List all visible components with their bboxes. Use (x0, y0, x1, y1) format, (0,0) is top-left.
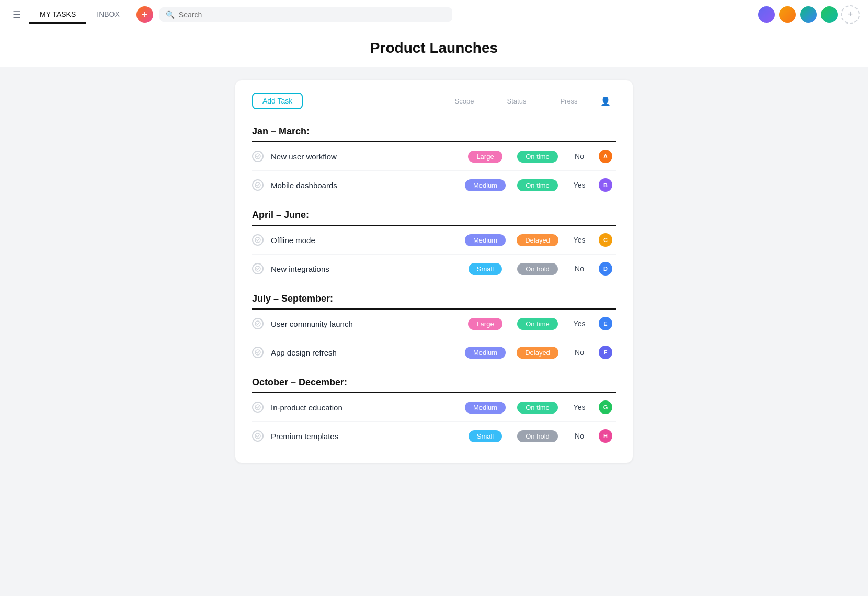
task-columns: Medium Delayed No F (459, 345, 616, 360)
task-name: Offline mode (271, 236, 459, 245)
task-press: Yes (564, 319, 595, 328)
task-status: On time (511, 179, 564, 191)
search-bar: 🔍 (159, 7, 452, 22)
section-3: October – December: In-product education… (252, 377, 616, 450)
task-card: Add Task Scope Status Press 👤 Jan – Marc… (235, 80, 633, 463)
status-badge: On time (517, 318, 558, 330)
task-assignee: C (595, 232, 616, 248)
task-scope: Medium (459, 402, 511, 414)
avatar[interactable]: D (598, 261, 613, 277)
scope-badge: Small (469, 263, 502, 275)
avatar[interactable]: E (598, 316, 613, 331)
task-press: No (564, 265, 595, 273)
task-scope: Small (459, 263, 511, 275)
task-columns: Medium On time Yes B (459, 177, 616, 193)
task-checkbox[interactable] (252, 234, 264, 246)
section-1: April – June: Offline mode Medium Delaye… (252, 210, 616, 283)
page-title: Product Launches (370, 40, 498, 56)
avatar[interactable]: A (598, 148, 613, 164)
scope-badge: Medium (465, 234, 506, 246)
scope-badge: Large (468, 151, 502, 163)
search-input[interactable] (179, 10, 446, 19)
task-assignee: B (595, 177, 616, 193)
scope-column-header: Scope (438, 97, 490, 105)
task-assignee: H (595, 428, 616, 444)
task-press: Yes (564, 236, 595, 244)
task-checkbox[interactable] (252, 430, 264, 442)
avatar-user-2[interactable] (778, 5, 797, 24)
task-checkbox[interactable] (252, 402, 264, 413)
table-row: New integrations Small On hold No D (252, 255, 616, 283)
top-navigation: ☰ MY TASKS INBOX + 🔍 + (0, 0, 868, 29)
section-title-1: April – June: (252, 210, 616, 226)
task-name: New integrations (271, 265, 459, 273)
task-assignee: E (595, 316, 616, 331)
nav-tab-inbox[interactable]: INBOX (86, 6, 130, 24)
add-task-button[interactable]: Add Task (252, 93, 303, 109)
status-badge: On hold (517, 263, 558, 275)
search-icon: 🔍 (166, 10, 175, 19)
task-status: On hold (511, 430, 564, 442)
task-checkbox[interactable] (252, 151, 264, 162)
task-assignee: A (595, 148, 616, 164)
section-title-3: October – December: (252, 377, 616, 393)
task-status: On time (511, 402, 564, 414)
task-press: Yes (564, 181, 595, 189)
main-content: Add Task Scope Status Press 👤 Jan – Marc… (0, 67, 868, 479)
avatar[interactable]: G (598, 399, 613, 415)
avatar[interactable]: F (598, 345, 613, 360)
scope-badge: Medium (465, 179, 506, 191)
table-row: App design refresh Medium Delayed No F (252, 338, 616, 366)
task-checkbox[interactable] (252, 318, 264, 329)
hamburger-menu[interactable]: ☰ (8, 5, 25, 25)
status-badge: On time (517, 179, 558, 191)
task-columns: Small On hold No D (459, 261, 616, 277)
status-badge: On time (517, 151, 558, 163)
add-member-button[interactable]: + (841, 5, 860, 24)
task-press: Yes (564, 403, 595, 411)
task-checkbox[interactable] (252, 347, 264, 358)
avatar-user-3[interactable] (799, 5, 818, 24)
task-columns: Medium On time Yes G (459, 399, 616, 415)
task-assignee: F (595, 345, 616, 360)
scope-badge: Small (469, 430, 502, 442)
status-badge: On hold (517, 430, 558, 442)
task-press: No (564, 348, 595, 357)
task-name: Mobile dashboards (271, 181, 459, 190)
task-name: User community launch (271, 319, 459, 328)
task-scope: Large (459, 318, 511, 330)
task-columns: Large On time Yes E (459, 316, 616, 331)
section-2: July – September: User community launch … (252, 293, 616, 366)
task-scope: Large (459, 151, 511, 163)
avatar-user-1[interactable] (757, 5, 776, 24)
scope-badge: Large (468, 318, 502, 330)
avatar[interactable]: B (598, 177, 613, 193)
task-scope: Medium (459, 234, 511, 246)
task-status: On time (511, 318, 564, 330)
table-row: Mobile dashboards Medium On time Yes B (252, 171, 616, 199)
person-icon: 👤 (600, 97, 611, 106)
task-scope: Medium (459, 179, 511, 191)
column-headers: Scope Status Press 👤 (438, 96, 616, 106)
card-header: Add Task Scope Status Press 👤 (252, 93, 616, 116)
task-press: No (564, 432, 595, 440)
task-status: On time (511, 151, 564, 163)
status-badge: On time (517, 402, 558, 414)
press-column-header: Press (543, 97, 595, 105)
avatar[interactable]: C (598, 232, 613, 248)
nav-tab-my-tasks[interactable]: MY TASKS (29, 6, 86, 24)
task-checkbox[interactable] (252, 263, 264, 274)
sections-container: Jan – March: New user workflow Large On … (252, 126, 616, 450)
table-row: In-product education Medium On time Yes … (252, 393, 616, 422)
task-assignee: D (595, 261, 616, 277)
avatar-user-4[interactable] (820, 5, 839, 24)
section-0: Jan – March: New user workflow Large On … (252, 126, 616, 199)
table-row: Premium templates Small On hold No H (252, 422, 616, 450)
avatar[interactable]: H (598, 428, 613, 444)
task-name: New user workflow (271, 152, 459, 161)
task-columns: Large On time No A (459, 148, 616, 164)
add-button[interactable]: + (136, 6, 153, 23)
task-checkbox[interactable] (252, 179, 264, 191)
task-status: Delayed (511, 234, 564, 246)
task-scope: Small (459, 430, 511, 442)
